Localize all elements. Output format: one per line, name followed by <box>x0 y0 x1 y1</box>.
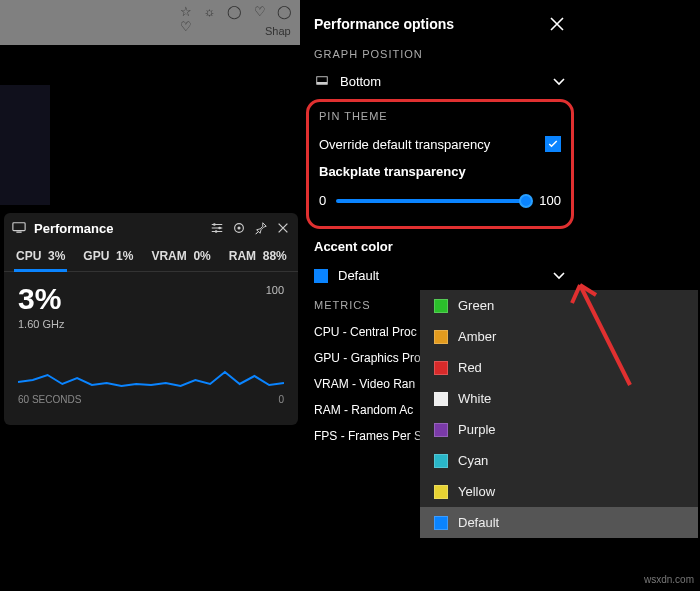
color-swatch <box>434 516 448 530</box>
pin-theme-highlight: PIN THEME Override default transparency … <box>306 99 574 229</box>
tab-gpu[interactable]: GPU 1% <box>81 243 135 271</box>
accent-color-row[interactable]: Default <box>314 262 566 289</box>
bottom-icon <box>314 76 330 88</box>
color-option-label: Yellow <box>458 484 495 499</box>
color-option-purple[interactable]: Purple <box>420 414 698 445</box>
tab-vram[interactable]: VRAM 0% <box>149 243 212 271</box>
color-option-label: Purple <box>458 422 496 437</box>
color-option-label: Default <box>458 515 499 530</box>
color-option-red[interactable]: Red <box>420 352 698 383</box>
color-swatch <box>434 454 448 468</box>
graph-position-value: Bottom <box>340 74 552 89</box>
color-option-amber[interactable]: Amber <box>420 321 698 352</box>
settings-icon[interactable] <box>232 221 246 235</box>
accent-color-value: Default <box>338 268 552 283</box>
color-swatch <box>434 299 448 313</box>
cpu-current-value: 3% <box>18 282 284 316</box>
color-swatch <box>434 361 448 375</box>
section-accent-color: Accent color <box>314 239 566 254</box>
color-option-white[interactable]: White <box>420 383 698 414</box>
chevron-down-icon <box>552 75 566 89</box>
color-swatch <box>434 392 448 406</box>
color-option-label: White <box>458 391 491 406</box>
performance-tabs: CPU 3% GPU 1% VRAM 0% RAM 88% <box>4 243 298 272</box>
pin-icon[interactable] <box>254 221 268 235</box>
section-graph-position: GRAPH POSITION <box>314 48 566 60</box>
close-icon[interactable] <box>276 221 290 235</box>
graph-position-row[interactable]: Bottom <box>314 68 566 95</box>
slider-min-label: 0 <box>319 193 326 208</box>
color-swatch <box>434 485 448 499</box>
color-option-yellow[interactable]: Yellow <box>420 476 698 507</box>
performance-widget: Performance CPU 3% GPU 1% VRAM 0% RAM 88… <box>4 213 298 425</box>
background-toolbar: ☆ ☼ ◯ ♡ ◯ ♡ Shap <box>0 0 300 45</box>
color-option-label: Green <box>458 298 494 313</box>
accent-color-dropdown: GreenAmberRedWhitePurpleCyanYellowDefaul… <box>420 290 698 538</box>
svg-rect-0 <box>13 223 25 231</box>
svg-rect-1 <box>16 232 21 233</box>
override-transparency-checkbox[interactable] <box>545 136 561 152</box>
tab-cpu[interactable]: CPU 3% <box>14 243 67 271</box>
cpu-frequency: 1.60 GHz <box>18 318 284 330</box>
backplate-transparency-label: Backplate transparency <box>319 158 561 185</box>
chart-labels: 60 SECONDS 0 <box>18 394 284 405</box>
accent-swatch <box>314 269 328 283</box>
panel-header: Performance options <box>314 10 566 38</box>
color-swatch <box>434 330 448 344</box>
color-option-default[interactable]: Default <box>420 507 698 538</box>
filter-icon[interactable] <box>210 221 224 235</box>
chart-x-label: 60 SECONDS <box>18 394 81 405</box>
override-transparency-label: Override default transparency <box>319 137 545 152</box>
svg-point-9 <box>237 226 240 229</box>
chart-y-min: 0 <box>278 394 284 405</box>
color-option-label: Cyan <box>458 453 488 468</box>
backplate-transparency-slider-row: 0 100 <box>319 193 561 208</box>
performance-body: 3% 1.60 GHz 100 60 SECONDS 0 <box>4 272 298 415</box>
svg-point-5 <box>213 223 216 226</box>
svg-point-6 <box>218 227 221 230</box>
color-option-label: Amber <box>458 329 496 344</box>
watermark: wsxdn.com <box>644 574 694 585</box>
section-pin-theme: PIN THEME <box>319 110 561 122</box>
performance-title: Performance <box>34 221 202 236</box>
bg-shape-label: Shap <box>265 25 291 37</box>
cpu-chart <box>18 340 284 390</box>
svg-point-7 <box>215 230 218 233</box>
background-thumbnail <box>0 85 50 205</box>
chevron-down-icon <box>552 269 566 283</box>
panel-title: Performance options <box>314 16 548 32</box>
backplate-transparency-slider[interactable] <box>336 199 529 203</box>
tab-ram[interactable]: RAM 88% <box>227 243 289 271</box>
override-transparency-row[interactable]: Override default transparency <box>319 130 561 158</box>
color-option-green[interactable]: Green <box>420 290 698 321</box>
chart-y-max: 100 <box>266 284 284 296</box>
color-option-cyan[interactable]: Cyan <box>420 445 698 476</box>
color-option-label: Red <box>458 360 482 375</box>
color-swatch <box>434 423 448 437</box>
slider-max-label: 100 <box>539 193 561 208</box>
performance-header: Performance <box>4 213 298 243</box>
monitor-icon <box>12 221 26 235</box>
slider-thumb[interactable] <box>519 194 533 208</box>
close-icon[interactable] <box>548 15 566 33</box>
svg-rect-11 <box>317 82 328 84</box>
